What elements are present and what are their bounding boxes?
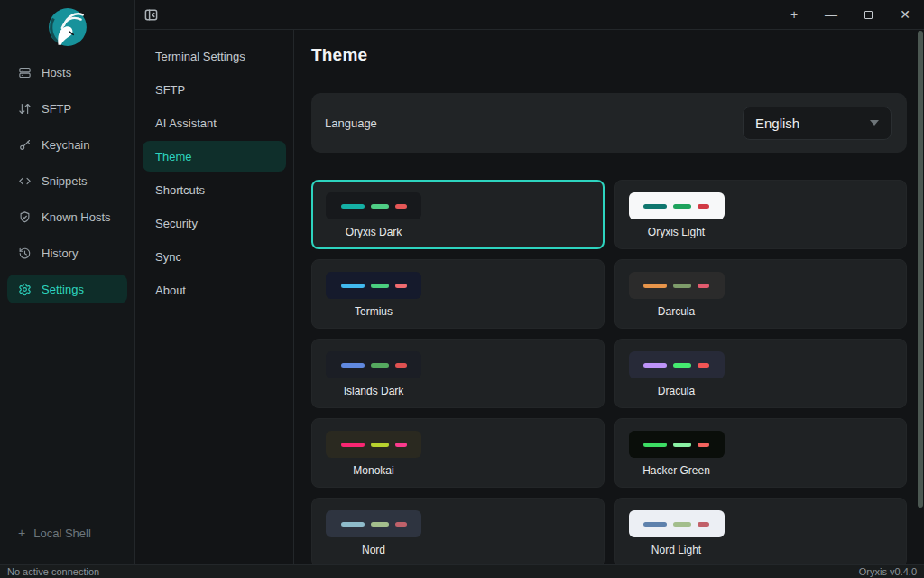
theme-swatch [629, 272, 725, 299]
theme-color-bar [643, 284, 667, 288]
theme-name: Nord Light [651, 544, 701, 556]
theme-color-bar [371, 284, 389, 288]
sidebar-item-history[interactable]: History [7, 238, 127, 267]
sidebar-item-label: Known Hosts [42, 210, 111, 224]
panel-collapse-icon[interactable] [143, 6, 159, 23]
theme-card-monokai[interactable]: Monokai [311, 418, 605, 488]
theme-card-dracula[interactable]: Dracula [614, 339, 908, 408]
theme-preview: Monokai [326, 431, 421, 477]
minimize-button[interactable]: — [825, 8, 837, 21]
theme-preview: Oryxis Light [629, 192, 725, 238]
theme-color-bar [395, 443, 407, 447]
close-button[interactable]: ✕ [899, 8, 911, 21]
theme-color-bar [395, 284, 407, 288]
maximize-button[interactable] [862, 8, 874, 21]
settings-nav-item-sftp[interactable]: SFTP [143, 74, 286, 105]
settings-nav-item-about[interactable]: About [143, 275, 286, 305]
sidebar-item-label: SFTP [42, 102, 71, 116]
theme-color-bar [341, 204, 365, 209]
theme-color-bar [673, 363, 691, 368]
theme-color-bar [395, 204, 407, 209]
minimize-icon: — [825, 7, 837, 22]
settings-nav-label: Shortcuts [155, 183, 205, 197]
theme-card-nord[interactable]: Nord [311, 498, 605, 564]
theme-color-bar [341, 522, 365, 527]
right-column: +—✕ Terminal SettingsSFTPAI AssistantThe… [135, 0, 924, 564]
theme-card-hacker-green[interactable]: Hacker Green [614, 418, 908, 488]
theme-name: Dracula [658, 385, 695, 397]
theme-card-oryxis-light[interactable]: Oryxis Light [614, 180, 908, 249]
theme-color-bar [643, 204, 667, 209]
sidebar-item-snippets[interactable]: Snippets [7, 166, 127, 195]
settings-nav-item-sync[interactable]: Sync [143, 241, 286, 272]
sidebar-item-sftp[interactable]: SFTP [7, 94, 127, 123]
theme-color-bar [698, 443, 709, 447]
theme-name: Oryxis Dark [346, 226, 402, 238]
theme-card-darcula[interactable]: Darcula [614, 259, 908, 329]
transfer-arrows-icon [17, 101, 32, 116]
settings-nav-item-security[interactable]: Security [143, 208, 286, 238]
theme-swatch [326, 272, 421, 299]
sidebar-item-settings[interactable]: Settings [7, 275, 127, 303]
main-content: Theme Language English Oryxis DarkOryxis… [294, 30, 924, 564]
theme-color-bar [698, 284, 709, 288]
theme-color-bar [371, 204, 389, 209]
settings-nav-label: Security [155, 217, 198, 230]
language-selected-value: English [755, 116, 799, 131]
theme-name: Islands Dark [344, 385, 404, 397]
theme-name: Monokai [353, 464, 393, 477]
theme-color-bar [698, 522, 709, 527]
close-icon: ✕ [900, 7, 910, 22]
theme-preview: Islands Dark [326, 351, 421, 397]
sidebar-item-hosts[interactable]: Hosts [7, 58, 127, 87]
settings-nav-item-theme[interactable]: Theme [143, 141, 286, 172]
settings-nav-label: About [155, 284, 186, 297]
sidebar-item-label: Keychain [42, 138, 89, 152]
history-clock-icon [17, 246, 32, 260]
theme-swatch [326, 192, 421, 219]
new-tab-button[interactable]: + [788, 8, 800, 21]
window-controls: +—✕ [788, 8, 911, 21]
theme-preview: Nord [326, 510, 421, 556]
app-window: HostsSFTPKeychainSnippetsKnown HostsHist… [0, 0, 924, 578]
theme-color-bar [673, 522, 691, 527]
sidebar-item-label: Hosts [42, 66, 71, 79]
new-tab-icon: + [790, 7, 798, 22]
connection-status: No active connection [7, 566, 99, 577]
settings-nav-label: SFTP [155, 83, 185, 97]
settings-nav-label: Theme [155, 150, 191, 163]
theme-grid: Oryxis DarkOryxis LightTermiusDarculaIsl… [311, 180, 907, 564]
theme-color-bar [371, 363, 389, 368]
settings-nav-item-shortcuts[interactable]: Shortcuts [143, 174, 286, 205]
theme-preview: Termius [326, 272, 421, 318]
theme-color-bar [395, 363, 407, 368]
scrollbar-thumb[interactable] [918, 31, 923, 508]
theme-color-bar [341, 363, 365, 368]
page-title: Theme [311, 45, 907, 65]
theme-preview: Nord Light [629, 510, 725, 556]
theme-color-bar [698, 204, 709, 209]
settings-nav-item-terminal-settings[interactable]: Terminal Settings [143, 41, 286, 71]
theme-color-bar [371, 443, 389, 447]
theme-card-oryxis-dark[interactable]: Oryxis Dark [311, 180, 605, 249]
theme-card-nord-light[interactable]: Nord Light [614, 498, 908, 564]
server-icon [17, 65, 32, 79]
local-shell-button[interactable]: + Local Shell [7, 519, 127, 546]
sidebar-item-known-hosts[interactable]: Known Hosts [7, 202, 127, 231]
theme-color-bar [698, 363, 709, 368]
theme-swatch [629, 431, 725, 458]
settings-nav-item-ai-assistant[interactable]: AI Assistant [143, 107, 286, 138]
theme-name: Nord [362, 544, 385, 556]
theme-color-bar [673, 284, 691, 288]
theme-color-bar [643, 443, 667, 447]
sidebar-item-label: History [42, 247, 78, 260]
theme-color-bar [643, 522, 667, 527]
sidebar-item-keychain[interactable]: Keychain [7, 130, 127, 159]
theme-name: Darcula [658, 305, 695, 318]
chevron-down-icon [870, 120, 879, 126]
sidebar-item-label: Snippets [42, 174, 88, 188]
language-select[interactable]: English [743, 107, 892, 140]
theme-card-termius[interactable]: Termius [311, 259, 605, 329]
theme-card-islands-dark[interactable]: Islands Dark [311, 339, 605, 408]
settings-nav: Terminal SettingsSFTPAI AssistantThemeSh… [135, 30, 294, 564]
